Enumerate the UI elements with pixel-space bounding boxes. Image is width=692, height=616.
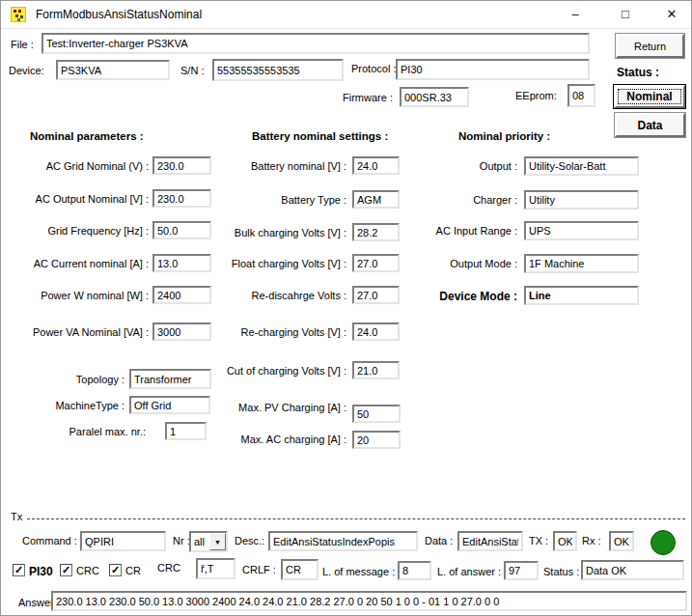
rx-status-label: Rx :	[582, 535, 601, 546]
comm-status-input[interactable]	[581, 560, 684, 580]
cutoff-charging-volts-label: Cut of charging Volts [V] :	[180, 365, 346, 377]
paralel-max-label: Paralel max. nr.:	[1, 426, 146, 437]
re-discharge-volts-label: Re-discahrge Volts :	[180, 290, 346, 301]
crc-checkbox-label: CRC	[76, 565, 99, 576]
tx-group-label: Tx	[11, 511, 22, 522]
output-priority-input[interactable]	[524, 156, 639, 176]
link-ok-indicator	[650, 530, 676, 555]
window-title: FormModbusAnsiStatusNominal	[36, 8, 202, 21]
power-va-nominal-label: Power VA Nominal [VA] :	[1, 326, 149, 338]
sn-input[interactable]	[212, 59, 344, 81]
crc-checkbox[interactable]: ✓	[60, 564, 72, 576]
nominal-priority-title: Nominal priority :	[458, 130, 550, 142]
data-field-label: Data :	[425, 535, 453, 546]
nominal-button[interactable]: Nominal	[614, 85, 685, 108]
max-pv-charging-input[interactable]	[352, 405, 401, 423]
length-of-message-label: L. of message :	[322, 566, 395, 577]
machine-type-label: MachineType :	[1, 400, 125, 411]
chevron-down-icon[interactable]: ▼	[209, 533, 226, 550]
return-button[interactable]: Return	[616, 34, 684, 58]
form-modbus-ansi-status-nominal-window: FormModbusAnsiStatusNominal – □ ✕ File :…	[0, 0, 692, 616]
data-field-input[interactable]	[457, 531, 523, 551]
device-mode-input[interactable]	[524, 286, 639, 305]
tx-status-label: TX :	[529, 535, 548, 546]
length-of-answer-input[interactable]	[504, 561, 539, 580]
max-ac-charging-label: Max. AC charging [A] :	[180, 434, 346, 445]
maximize-icon[interactable]: □	[603, 1, 648, 28]
sn-label: S/N :	[180, 65, 204, 76]
cr-checkbox-label: CR	[125, 565, 141, 576]
device-label: Device:	[9, 65, 44, 76]
file-label: File :	[11, 39, 34, 50]
output-mode-input[interactable]	[524, 254, 639, 273]
data-button[interactable]: Data	[615, 113, 685, 137]
crlf-label: CRLF :	[242, 564, 276, 575]
charger-priority-input[interactable]	[524, 190, 639, 210]
app-icon	[11, 7, 26, 22]
output-mode-label: Output Mode :	[368, 258, 517, 269]
file-input[interactable]	[42, 33, 590, 54]
battery-settings-title: Battery nominal settings :	[252, 130, 388, 142]
firmware-input[interactable]	[400, 87, 469, 107]
nr-dropdown[interactable]: all ▼	[189, 531, 228, 552]
cutoff-charging-volts-input[interactable]	[352, 361, 400, 379]
firmware-label: Firmware :	[343, 92, 393, 103]
topology-label: Topology :	[1, 374, 125, 385]
device-input[interactable]	[56, 60, 170, 80]
nr-dropdown-value: all	[191, 536, 209, 547]
nominal-parameters-title: Nominal parameters :	[30, 130, 144, 142]
rx-status-input[interactable]	[609, 531, 634, 551]
bulk-charging-volts-label: Bulk charging Volts [V] :	[180, 227, 346, 238]
eeprom-input[interactable]	[567, 84, 595, 107]
grid-frequency-label: Grid Frequency [Hz] :	[1, 225, 149, 237]
cr-checkbox[interactable]: ✓	[109, 564, 122, 576]
eeprom-label: EEprom:	[515, 90, 557, 101]
command-label: Command :	[22, 535, 77, 546]
length-of-message-input[interactable]	[398, 561, 431, 580]
command-input[interactable]	[80, 531, 166, 551]
ac-input-range-input[interactable]	[524, 221, 639, 240]
status-label: Status :	[617, 66, 659, 79]
desc-input[interactable]	[268, 531, 418, 551]
power-w-nominal-label: Power W nominal [W] :	[1, 290, 149, 301]
max-pv-charging-label: Max. PV Charging [A] :	[180, 402, 346, 413]
device-mode-label: Device Mode :	[368, 290, 517, 303]
answer-input[interactable]	[51, 591, 687, 611]
protocol-label: Protocol :	[351, 63, 396, 74]
tx-status-input[interactable]	[553, 531, 577, 551]
crc-field-input[interactable]	[196, 558, 235, 579]
close-icon[interactable]: ✕	[650, 1, 692, 28]
ac-input-range-label: AC Input Range :	[368, 225, 517, 237]
charger-priority-label: Charger :	[368, 194, 517, 206]
max-ac-charging-input[interactable]	[352, 431, 401, 449]
ac-current-nominal-label: AC Current nominal [A] :	[1, 258, 149, 269]
output-priority-label: Output :	[368, 160, 517, 172]
battery-type-label: Battery Type :	[180, 194, 346, 206]
crlf-input[interactable]	[281, 559, 318, 580]
float-charging-volts-label: Float charging Volts [V] :	[180, 258, 346, 269]
re-charging-volts-input[interactable]	[352, 322, 400, 341]
comm-status-label: Status :	[543, 566, 579, 577]
protocol-input[interactable]	[396, 59, 590, 80]
nr-label: Nr :	[173, 535, 190, 546]
desc-label: Desc.:	[235, 535, 264, 546]
ac-grid-nominal-label: AC Grid Nominal (V) :	[1, 160, 149, 172]
ac-output-nominal-label: AC Output Nominal [V] :	[1, 193, 149, 205]
tx-group-divider	[27, 518, 685, 519]
re-charging-volts-label: Re-charging Volts [V] :	[180, 326, 346, 338]
crc-field-label: CRC	[157, 562, 180, 574]
pi30-checkbox[interactable]: ✓	[13, 564, 25, 576]
pi30-checkbox-label: PI30	[29, 565, 53, 578]
title-bar: FormModbusAnsiStatusNominal – □ ✕	[1, 1, 691, 29]
length-of-answer-label: L. of answer :	[437, 566, 501, 577]
minimize-icon[interactable]: –	[553, 1, 597, 28]
battery-nominal-label: Battery nominal [V] :	[180, 160, 346, 172]
